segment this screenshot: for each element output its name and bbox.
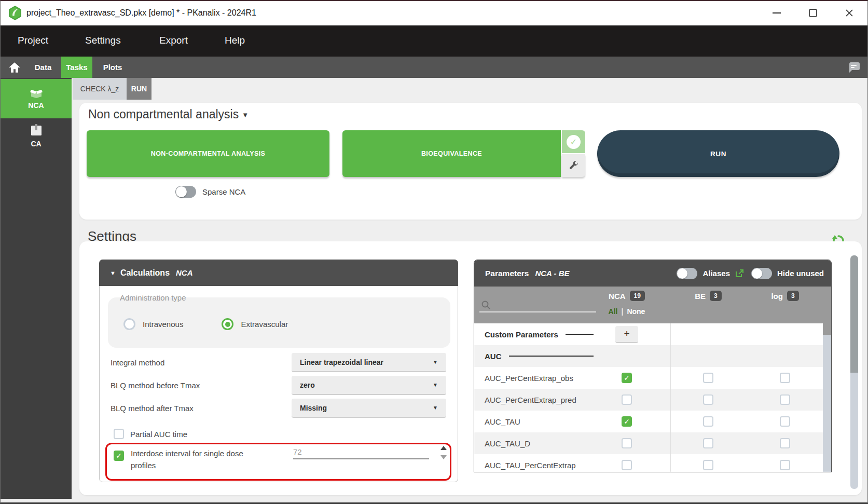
param-section-row: AUC xyxy=(474,345,823,367)
intravenous-radio[interactable] xyxy=(123,318,135,330)
column-header-nca: NCA 19 xyxy=(596,291,658,301)
param-name: AUC_TAU xyxy=(485,411,520,432)
hide-unused-label: Hide unused xyxy=(777,269,824,278)
subtab-run[interactable]: RUN xyxy=(127,78,151,100)
open-box-icon xyxy=(28,85,45,99)
close-icon xyxy=(845,9,853,17)
menu-bar: Project Settings Export Help xyxy=(1,25,867,57)
param-row: AUC_PerCentExtrap_obs✓ xyxy=(474,367,823,389)
run-button[interactable]: RUN xyxy=(597,130,839,177)
collapse-caret-icon: ▼ xyxy=(110,270,116,276)
scrollbar-thumb[interactable] xyxy=(823,323,831,335)
subtab-check-lambda-z[interactable]: CHECK λ_z xyxy=(73,78,127,100)
select-none-link[interactable]: None xyxy=(627,307,645,316)
sparse-nca-toggle[interactable] xyxy=(175,186,196,198)
sidebar-item-label: NCA xyxy=(28,101,44,110)
blq-before-tmax-label: BLQ method before Tmax xyxy=(111,381,200,390)
stepper-down-icon[interactable] xyxy=(440,455,447,459)
tab-plots[interactable]: Plots xyxy=(96,57,129,78)
interdose-interval-checkbox[interactable]: ✓ xyxy=(114,451,124,461)
partial-auc-label: Partial AUC time xyxy=(130,430,187,439)
tab-tasks[interactable]: Tasks xyxy=(61,57,92,78)
toggle-knob xyxy=(752,268,762,279)
blq-after-tmax-select[interactable]: Missing ▼ xyxy=(292,399,446,418)
log-checkbox[interactable] xyxy=(780,460,790,470)
be-checkbox[interactable] xyxy=(703,373,713,383)
chevron-down-icon: ▼ xyxy=(433,382,438,388)
menu-settings[interactable]: Settings xyxy=(85,35,121,46)
interdose-interval-input[interactable] xyxy=(293,447,429,459)
select-all-link[interactable]: All xyxy=(609,307,618,316)
param-row: AUC_PerCentExtrap_pred xyxy=(474,389,823,411)
log-checkbox[interactable] xyxy=(780,416,790,427)
chevron-down-icon: ▼ xyxy=(433,405,438,411)
add-custom-parameter-button[interactable]: + xyxy=(615,326,638,343)
settings-card: ▼ Calculations NCA Administration type I… xyxy=(79,241,862,495)
column-header-be: BE 3 xyxy=(677,291,739,301)
param-row: AUC_TAU✓ xyxy=(474,411,823,432)
minimize-button[interactable] xyxy=(768,5,786,21)
extravascular-label: Extravascular xyxy=(241,320,288,329)
aliases-toggle[interactable] xyxy=(677,268,697,279)
sidebar: NCA CA xyxy=(1,78,72,499)
aliases-label: Aliases xyxy=(702,269,730,278)
blq-before-tmax-select[interactable]: zero ▼ xyxy=(292,376,446,395)
wrench-icon xyxy=(569,160,579,171)
sparse-nca-label: Sparse NCA xyxy=(202,187,245,196)
be-count-badge: 3 xyxy=(710,291,722,301)
stepper-up-icon[interactable] xyxy=(440,446,447,450)
section-title[interactable]: Non compartmental analysis▼ xyxy=(88,107,249,121)
closed-box-icon xyxy=(29,124,44,137)
log-checkbox[interactable] xyxy=(780,438,790,448)
parameters-panel: Parameters NCA - BE Aliases Hide unused xyxy=(474,260,832,472)
menu-export[interactable]: Export xyxy=(159,35,188,46)
nca-checkbox[interactable]: ✓ xyxy=(622,373,632,383)
home-icon[interactable] xyxy=(8,61,21,74)
bioequivalence-button[interactable]: BIOEQUIVALENCE xyxy=(342,130,561,177)
calculations-header[interactable]: ▼ Calculations NCA xyxy=(99,260,458,286)
scrollbar-thumb[interactable] xyxy=(850,255,858,373)
close-button[interactable] xyxy=(841,5,858,21)
log-checkbox[interactable] xyxy=(780,373,790,383)
non-compartmental-analysis-button[interactable]: NON-COMPARTMENTAL ANALYSIS xyxy=(87,130,329,177)
nav-bar: Data Tasks Plots xyxy=(1,57,867,78)
nca-checkbox[interactable]: ✓ xyxy=(622,416,632,427)
column-header-log: log 3 xyxy=(754,291,816,301)
param-name: AUC_PerCentExtrap_pred xyxy=(485,389,576,411)
parameters-scrollbar[interactable] xyxy=(823,323,831,472)
menu-project[interactable]: Project xyxy=(18,35,48,46)
nca-checkbox[interactable] xyxy=(622,438,632,448)
sidebar-item-nca[interactable]: NCA xyxy=(1,79,72,118)
search-input[interactable] xyxy=(479,301,596,312)
settings-scrollbar[interactable] xyxy=(850,255,858,489)
sidebar-item-ca[interactable]: CA xyxy=(1,118,72,155)
section-line xyxy=(509,356,594,357)
bioequivalence-settings-button[interactable] xyxy=(562,154,585,177)
param-name: AUC_TAU_PerCentExtrap xyxy=(485,454,576,472)
log-checkbox[interactable] xyxy=(780,394,790,405)
partial-auc-checkbox[interactable] xyxy=(114,429,124,439)
be-checkbox[interactable] xyxy=(703,460,713,470)
integral-method-select[interactable]: Linear trapezoidal linear ▼ xyxy=(292,353,446,372)
be-checkbox[interactable] xyxy=(703,394,713,405)
intravenous-label: Intravenous xyxy=(143,320,183,329)
nca-checkbox[interactable] xyxy=(622,394,632,405)
tab-data[interactable]: Data xyxy=(26,57,60,78)
comment-bubble-icon[interactable] xyxy=(847,61,860,74)
maximize-button[interactable] xyxy=(804,5,822,21)
app-window: project_Theo_extravasc_SD.pkx [demo] * -… xyxy=(0,0,868,504)
check-circle-icon: ✓ xyxy=(567,135,581,149)
bioequivalence-enabled-badge[interactable]: ✓ xyxy=(562,130,585,153)
menu-help[interactable]: Help xyxy=(225,35,245,46)
parameters-header-tag: NCA - BE xyxy=(535,269,569,278)
interdose-interval-label: Interdose interval for single dose profi… xyxy=(131,447,243,471)
nca-task-card: Non compartmental analysis▼ NON-COMPARTM… xyxy=(79,103,862,220)
extravascular-radio[interactable] xyxy=(222,318,233,330)
nca-checkbox[interactable] xyxy=(622,460,632,470)
be-checkbox[interactable] xyxy=(703,438,713,448)
be-checkbox[interactable] xyxy=(703,416,713,427)
external-link-icon[interactable] xyxy=(735,269,744,278)
param-name: AUC_PerCentExtrap_obs xyxy=(485,367,573,389)
parameters-subheader: NCA 19 BE 3 log 3 All | None xyxy=(474,287,831,323)
hide-unused-toggle[interactable] xyxy=(751,268,772,279)
